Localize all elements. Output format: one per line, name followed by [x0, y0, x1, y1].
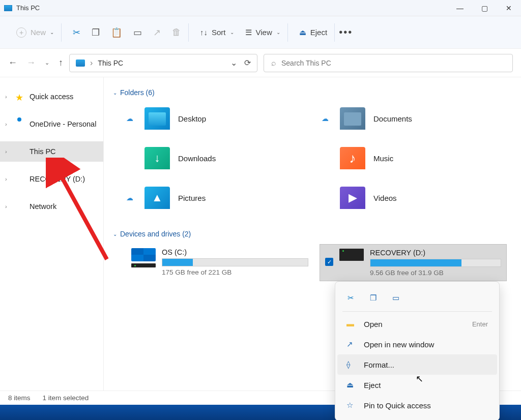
folder-label: Documents: [373, 114, 412, 123]
checkbox-checked-icon[interactable]: ✓: [325, 258, 333, 266]
chevron-down-icon: ⌄: [50, 29, 54, 35]
share-icon[interactable]: ↗: [153, 27, 161, 38]
item-count: 8 items: [8, 394, 31, 402]
folder-downloads[interactable]: ↓ Downloads: [126, 142, 311, 174]
videos-folder-icon: ▶: [340, 187, 365, 209]
chevron-down-icon: ⌄: [230, 29, 234, 35]
format-icon: ⟠: [346, 360, 356, 369]
chevron-right-icon: ›: [5, 148, 11, 155]
cloud-sync-icon: ☁: [126, 114, 136, 123]
shortcut-label: Enter: [472, 320, 488, 328]
chevron-right-icon: ›: [5, 203, 11, 209]
cut-icon[interactable]: ✂: [73, 27, 80, 38]
back-button[interactable]: ←: [8, 57, 17, 68]
navbar: ← → ⌄ ↑ › This PC ⌄ ⟳ ⌕: [0, 49, 521, 77]
copy-icon[interactable]: ❐: [92, 27, 100, 38]
recent-button[interactable]: ⌄: [45, 59, 49, 66]
pictures-folder-icon: ▲: [144, 187, 170, 209]
delete-icon[interactable]: 🗑: [172, 27, 181, 38]
sort-icon: ↑↓: [200, 28, 208, 37]
monitor-icon: [15, 147, 25, 156]
maximize-button[interactable]: ▢: [479, 3, 489, 13]
search-icon: ⌕: [271, 58, 276, 68]
sidebar-item-recovery[interactable]: › RECOVERY (D:): [0, 169, 103, 189]
folder-label: Downloads: [178, 154, 216, 163]
folder-videos[interactable]: ▶ Videos: [322, 182, 507, 214]
close-button[interactable]: ✕: [504, 3, 514, 13]
eject-icon: ⏏: [346, 380, 356, 389]
drive-capacity-bar: [370, 259, 501, 267]
os-drive-icon: [131, 248, 156, 267]
music-folder-icon: ♪: [340, 147, 365, 169]
menu-eject[interactable]: ⏏ Eject: [337, 375, 497, 395]
drive-name: OS (C:): [162, 248, 308, 256]
chevron-down-icon: ⌄: [276, 29, 280, 35]
cut-icon[interactable]: ✂: [348, 293, 357, 303]
rename-icon[interactable]: ▭: [392, 293, 401, 303]
sidebar-item-network[interactable]: › Network: [0, 196, 103, 217]
drive-icon: [15, 174, 25, 184]
paste-icon[interactable]: 📋: [111, 27, 122, 38]
chevron-down-icon: ⌄: [113, 231, 117, 237]
documents-folder-icon: [340, 107, 365, 130]
folder-label: Pictures: [178, 194, 206, 202]
chevron-down-icon: ⌄: [113, 90, 117, 96]
folder-desktop[interactable]: ☁ Desktop: [126, 103, 311, 134]
up-button[interactable]: ↑: [59, 57, 63, 68]
eject-button[interactable]: ⏏ Eject: [299, 28, 327, 37]
plus-icon: +: [16, 27, 26, 38]
address-bar[interactable]: › This PC ⌄ ⟳: [69, 54, 257, 72]
titlebar: This PC — ▢ ✕: [0, 0, 521, 16]
breadcrumb[interactable]: This PC: [98, 59, 123, 67]
sidebar-item-label: RECOVERY (D:): [30, 175, 85, 183]
desktop-folder-icon: [144, 107, 170, 130]
menu-open[interactable]: ▬ Open Enter: [337, 314, 497, 334]
folder-label: Music: [373, 154, 393, 163]
drive-capacity-bar: [162, 258, 308, 266]
folder-pictures[interactable]: ☁ ▲ Pictures: [126, 182, 311, 214]
refresh-button[interactable]: ⟳: [244, 58, 251, 68]
menu-open-new-window[interactable]: ↗ Open in new window: [337, 334, 497, 354]
drive-os-c[interactable]: OS (C:) 175 GB free of 221 GB: [126, 244, 313, 281]
sidebar-item-label: OneDrive - Personal: [30, 120, 96, 128]
sort-button[interactable]: ↑↓ Sort ⌄: [200, 28, 234, 37]
sidebar: › ★ Quick access › OneDrive - Personal ›…: [0, 77, 104, 405]
downloads-folder-icon: ↓: [144, 147, 170, 169]
folders-section-header[interactable]: ⌄ Folders (6): [104, 86, 517, 103]
copy-icon[interactable]: ❐: [370, 293, 379, 303]
address-chevron-icon[interactable]: ⌄: [230, 58, 237, 68]
sidebar-item-quick-access[interactable]: › ★ Quick access: [0, 86, 103, 107]
search-input[interactable]: [281, 59, 505, 67]
minimize-button[interactable]: —: [455, 3, 465, 13]
menu-format[interactable]: ⟠ Format...: [337, 354, 497, 375]
cloud-sync-icon: ☁: [126, 194, 136, 202]
this-pc-icon: [76, 59, 85, 67]
app-icon: [4, 5, 12, 11]
drive-recovery-d[interactable]: ✓ RECOVERY (D:) 9.56 GB free of 31.9 GB: [320, 244, 507, 281]
chevron-right-icon: ›: [5, 121, 11, 127]
star-icon: ★: [15, 92, 25, 101]
new-button[interactable]: + New ⌄: [16, 27, 54, 38]
folder-label: Videos: [373, 194, 397, 202]
sidebar-item-label: This PC: [30, 147, 56, 156]
eject-icon: ⏏: [299, 28, 306, 37]
recovery-drive-icon: [339, 249, 364, 261]
external-icon: ↗: [346, 340, 356, 349]
drive-name: RECOVERY (D:): [370, 249, 501, 257]
sidebar-item-this-pc[interactable]: › This PC: [0, 141, 103, 162]
drives-section-header[interactable]: ⌄ Devices and drives (2): [104, 228, 517, 244]
cloud-sync-icon: ☁: [322, 114, 332, 123]
rename-icon[interactable]: ▭: [133, 27, 142, 38]
search-bar[interactable]: ⌕: [264, 54, 513, 72]
sidebar-item-onedrive[interactable]: › OneDrive - Personal: [0, 114, 103, 134]
window-title: This PC: [16, 4, 40, 12]
folder-documents[interactable]: ☁ Documents: [322, 103, 507, 134]
view-button[interactable]: ☰ View ⌄: [245, 28, 280, 37]
onedrive-icon: [15, 119, 25, 129]
sidebar-item-label: Quick access: [30, 93, 73, 101]
menu-pin-quick-access[interactable]: ☆ Pin to Quick access: [337, 395, 497, 415]
forward-button[interactable]: →: [26, 57, 36, 68]
more-button[interactable]: •••: [339, 26, 353, 38]
view-icon: ☰: [245, 28, 252, 37]
folder-music[interactable]: ♪ Music: [322, 142, 507, 174]
